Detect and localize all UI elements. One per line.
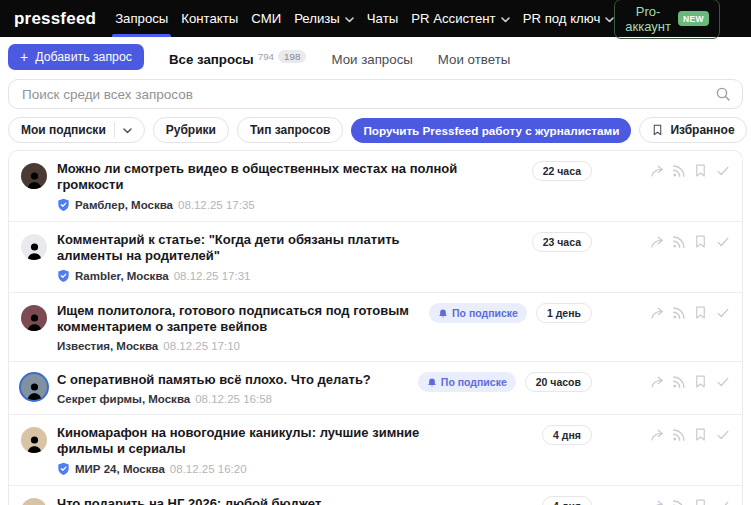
- check-icon[interactable]: [715, 234, 730, 249]
- person-icon: [25, 170, 44, 189]
- add-request-button[interactable]: + Добавить запрос: [8, 44, 144, 70]
- request-title[interactable]: Ищем политолога, готового подписаться по…: [57, 303, 459, 335]
- nav-item-contacts[interactable]: Контакты: [181, 0, 238, 37]
- rss-icon[interactable]: [671, 234, 686, 249]
- row-actions: [649, 374, 730, 389]
- chevron-down-icon[interactable]: [123, 128, 132, 134]
- nav-item-pr-turnkey[interactable]: PR под ключ: [523, 0, 615, 37]
- pressfeed-logo[interactable]: pressfeed: [14, 9, 96, 29]
- bookmark-icon[interactable]: [693, 163, 708, 178]
- source-name: Известия, Москва: [57, 340, 158, 352]
- my-subscriptions-filter[interactable]: Мои подписки: [8, 117, 145, 143]
- person-icon: [25, 241, 44, 260]
- request-meta: Известия, Москва 08.12.25 17:10: [57, 340, 722, 352]
- timestamp: 08.12.25 16:58: [195, 393, 272, 405]
- requests-toolbar: + Добавить запрос Все запросы 794 198 Мо…: [0, 37, 751, 73]
- nav-item-pr-assistant[interactable]: PR Ассистент: [411, 0, 509, 37]
- bookmark-icon[interactable]: [693, 305, 708, 320]
- timestamp: 08.12.25 17:10: [163, 340, 240, 352]
- row-actions: [649, 305, 730, 320]
- request-row[interactable]: Что подарить на НГ 2026: любой бюджет МИ…: [9, 486, 742, 505]
- timestamp: 08.12.25 16:20: [170, 463, 247, 475]
- rss-icon[interactable]: [671, 163, 686, 178]
- share-icon[interactable]: [649, 374, 664, 389]
- check-icon[interactable]: [715, 427, 730, 442]
- request-row[interactable]: Ищем политолога, готового подписаться по…: [9, 293, 742, 362]
- rubrics-filter[interactable]: Рубрики: [153, 117, 229, 143]
- avatar: [21, 305, 47, 331]
- source-name: МИР 24, Москва: [75, 463, 165, 475]
- request-row[interactable]: С оперативной памятью всё плохо. Что дел…: [9, 362, 742, 415]
- age-badge: 4 дня: [542, 496, 592, 505]
- bookmark-icon[interactable]: [693, 498, 708, 505]
- request-type-filter[interactable]: Тип запросов: [237, 117, 343, 143]
- hire-pressfeed-button[interactable]: Поручить Pressfeed работу с журналистами: [351, 118, 631, 143]
- subscription-badge: По подписке: [429, 303, 527, 323]
- bookmark-icon[interactable]: [693, 374, 708, 389]
- request-title[interactable]: Комментарий к статье: "Когда дети обязан…: [57, 232, 459, 264]
- bookmark-icon[interactable]: [693, 234, 708, 249]
- verified-shield-icon: [57, 269, 70, 283]
- source-name: Рамблер, Москва: [75, 199, 173, 211]
- check-icon[interactable]: [715, 498, 730, 505]
- request-title[interactable]: С оперативной памятью всё плохо. Что дел…: [57, 372, 459, 388]
- request-row[interactable]: Можно ли смотреть видео в общественных м…: [9, 151, 742, 222]
- requests-list: Можно ли смотреть видео в общественных м…: [8, 150, 743, 505]
- rss-icon[interactable]: [671, 374, 686, 389]
- age-badge: 4 дня: [542, 425, 592, 445]
- request-meta: Рамблер, Москва 08.12.25 17:35: [57, 198, 722, 212]
- check-icon[interactable]: [715, 305, 730, 320]
- rss-icon[interactable]: [671, 427, 686, 442]
- person-icon: [25, 434, 44, 453]
- verified-shield-icon: [57, 462, 70, 476]
- request-meta: Секрет фирмы, Москва 08.12.25 16:58: [57, 393, 722, 405]
- verified-shield-icon: [57, 198, 70, 212]
- request-meta: МИР 24, Москва 08.12.25 16:20: [57, 462, 722, 476]
- avatar: [21, 163, 47, 189]
- avatar: [21, 374, 47, 400]
- age-badge: 20 часов: [525, 372, 592, 392]
- timestamp: 08.12.25 17:31: [174, 270, 251, 282]
- age-badge: 23 часа: [532, 232, 592, 252]
- request-title[interactable]: Можно ли смотреть видео в общественных м…: [57, 161, 459, 193]
- source-name: Секрет фирмы, Москва: [57, 393, 190, 405]
- favorites-filter[interactable]: Избранное: [639, 117, 746, 143]
- bookmark-icon[interactable]: [693, 427, 708, 442]
- pro-account-button[interactable]: Pro-аккаунт NEW: [614, 0, 720, 39]
- check-icon[interactable]: [715, 163, 730, 178]
- request-meta: Rambler, Москва 08.12.25 17:31: [57, 269, 722, 283]
- bell-icon: [438, 308, 448, 319]
- nav-item-chats[interactable]: Чаты: [367, 0, 398, 37]
- search-icon[interactable]: [715, 86, 731, 102]
- nav-item-media[interactable]: СМИ: [251, 0, 281, 37]
- new-badge: NEW: [678, 11, 709, 26]
- age-badge: 1 день: [536, 303, 592, 323]
- rss-icon[interactable]: [671, 305, 686, 320]
- avatar: [21, 498, 47, 505]
- request-title[interactable]: Киномарафон на новогодние каникулы: лучш…: [57, 425, 459, 457]
- rss-icon[interactable]: [671, 498, 686, 505]
- tab-my-requests[interactable]: Мои запросы: [331, 48, 412, 67]
- nav-item-requests[interactable]: Запросы: [115, 0, 168, 37]
- search-input[interactable]: [20, 86, 715, 103]
- share-icon[interactable]: [649, 498, 664, 505]
- share-icon[interactable]: [649, 234, 664, 249]
- check-icon[interactable]: [715, 374, 730, 389]
- search-bar: [8, 79, 743, 109]
- person-icon: [25, 312, 44, 331]
- tab-count: 794: [258, 51, 274, 62]
- tab-all-requests[interactable]: Все запросы 794 198: [169, 48, 307, 67]
- person-icon: [25, 381, 44, 400]
- share-icon[interactable]: [649, 427, 664, 442]
- nav-item-releases[interactable]: Релизы: [294, 0, 354, 37]
- request-title[interactable]: Что подарить на НГ 2026: любой бюджет: [57, 496, 459, 505]
- tab-my-answers[interactable]: Мои ответы: [438, 48, 510, 67]
- share-icon[interactable]: [649, 163, 664, 178]
- request-row[interactable]: Комментарий к статье: "Когда дети обязан…: [9, 222, 742, 293]
- subscription-badge: По подписке: [418, 372, 516, 392]
- source-name: Rambler, Москва: [75, 270, 169, 282]
- age-badge: 22 часа: [532, 161, 592, 181]
- divider: [114, 122, 115, 138]
- share-icon[interactable]: [649, 305, 664, 320]
- request-row[interactable]: Киномарафон на новогодние каникулы: лучш…: [9, 415, 742, 486]
